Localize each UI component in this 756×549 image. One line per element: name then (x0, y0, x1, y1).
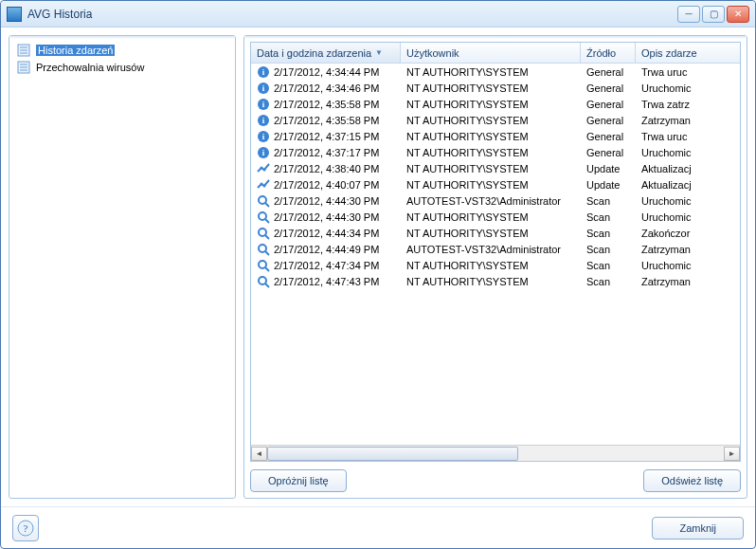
column-label: Opis zdarze (641, 47, 697, 59)
scan-icon (257, 259, 270, 272)
svg-point-23 (263, 184, 266, 187)
cell-date: i2/17/2012, 4:37:15 PM (251, 130, 401, 143)
footer: ? Zamknij (1, 506, 755, 548)
cell-source: General (581, 147, 636, 158)
cell-description: Aktualizacj (636, 179, 740, 191)
sort-descending-icon: ▼ (375, 48, 383, 57)
sidebar-item-event-history[interactable]: Historia zdarzeń (13, 42, 231, 59)
cell-user: NT AUTHORITY\SYSTEM (401, 260, 581, 271)
svg-line-27 (265, 219, 269, 223)
table-row[interactable]: 2/17/2012, 4:44:30 PMAUTOTEST-VST32\Admi… (251, 192, 740, 209)
table-row[interactable]: i2/17/2012, 4:34:44 PMNT AUTHORITY\SYSTE… (251, 64, 740, 80)
update-icon (257, 162, 270, 175)
table-row[interactable]: i2/17/2012, 4:35:58 PMNT AUTHORITY\SYSTE… (251, 112, 740, 128)
help-icon: ? (17, 520, 34, 537)
cell-description: Uruchomic (636, 195, 740, 207)
cell-description: Zakończor (636, 228, 740, 239)
cell-text: 2/17/2012, 4:44:30 PM (274, 211, 379, 223)
cell-source: Scan (581, 244, 636, 255)
scan-icon (257, 194, 270, 208)
table-row[interactable]: 2/17/2012, 4:44:30 PMNT AUTHORITY\SYSTEM… (251, 209, 740, 225)
scroll-left-arrow[interactable]: ◄ (251, 447, 267, 461)
close-dialog-button[interactable]: Zamknij (652, 517, 744, 540)
minimize-button[interactable]: ─ (677, 6, 700, 23)
cell-user: NT AUTHORITY\SYSTEM (401, 211, 581, 223)
cell-text: 2/17/2012, 4:37:15 PM (274, 131, 379, 142)
svg-point-30 (259, 245, 266, 252)
cell-source: General (581, 82, 636, 94)
svg-point-22 (261, 182, 263, 185)
svg-point-20 (261, 166, 263, 169)
cell-user: NT AUTHORITY\SYSTEM (401, 131, 581, 142)
refresh-list-button[interactable]: Odśwież listę (643, 469, 741, 492)
table-row[interactable]: i2/17/2012, 4:37:17 PMNT AUTHORITY\SYSTE… (251, 144, 740, 160)
scroll-right-arrow[interactable]: ► (724, 447, 740, 461)
maximize-button[interactable]: ▢ (702, 6, 725, 23)
table-row[interactable]: 2/17/2012, 4:47:34 PMNT AUTHORITY\SYSTEM… (251, 257, 740, 273)
cell-user: NT AUTHORITY\SYSTEM (401, 276, 581, 287)
cell-text: 2/17/2012, 4:44:34 PM (274, 228, 379, 239)
table-row[interactable]: i2/17/2012, 4:37:15 PMNT AUTHORITY\SYSTE… (251, 128, 740, 144)
info-icon: i (257, 82, 270, 95)
svg-point-32 (259, 261, 266, 268)
cell-source: Scan (581, 211, 636, 223)
list-icon (17, 61, 32, 74)
cell-text: 2/17/2012, 4:37:17 PM (274, 147, 379, 158)
cell-text: 2/17/2012, 4:35:58 PM (274, 99, 379, 110)
table-row[interactable]: 2/17/2012, 4:47:43 PMNT AUTHORITY\SYSTEM… (251, 273, 740, 289)
close-button[interactable]: ✕ (727, 6, 749, 23)
svg-line-29 (265, 235, 269, 239)
cell-description: Trwa uruc (636, 66, 740, 78)
cell-text: 2/17/2012, 4:44:49 PM (274, 244, 379, 255)
column-header-user[interactable]: Użytkownik (401, 43, 581, 63)
cell-source: General (581, 66, 636, 78)
svg-point-26 (259, 212, 266, 220)
svg-text:?: ? (24, 522, 28, 534)
table-row[interactable]: 2/17/2012, 4:44:34 PMNT AUTHORITY\SYSTEM… (251, 225, 740, 241)
table-row[interactable]: i2/17/2012, 4:34:46 PMNT AUTHORITY\SYSTE… (251, 80, 740, 96)
info-icon: i (257, 98, 270, 111)
cell-text: 2/17/2012, 4:47:43 PM (274, 276, 379, 287)
table-row[interactable]: 2/17/2012, 4:40:07 PMNT AUTHORITY\SYSTEM… (251, 176, 740, 192)
column-label: Data i godzina zdarzenia (257, 47, 371, 59)
window-frame: AVG Historia ─ ▢ ✕ Historia zdarzeń Prze… (0, 0, 756, 549)
sidebar-item-virus-vault[interactable]: Przechowalnia wirusów (13, 59, 231, 76)
info-icon: i (257, 114, 270, 127)
cell-user: AUTOTEST-VST32\Administrator (401, 195, 581, 207)
content-area: Historia zdarzeń Przechowalnia wirusów D… (1, 27, 755, 506)
sidebar-item-label: Przechowalnia wirusów (36, 62, 144, 73)
help-button[interactable]: ? (12, 515, 39, 541)
column-header-source[interactable]: Źródło (581, 43, 636, 63)
table-row[interactable]: 2/17/2012, 4:38:40 PMNT AUTHORITY\SYSTEM… (251, 160, 740, 176)
cell-description: Zatrzyman (636, 244, 740, 255)
cell-source: Scan (581, 260, 636, 271)
info-icon: i (257, 65, 270, 79)
svg-line-35 (265, 284, 269, 287)
cell-date: 2/17/2012, 4:47:34 PM (251, 259, 401, 272)
horizontal-scrollbar[interactable]: ◄ ► (251, 445, 740, 461)
cell-description: Trwa zatrz (636, 99, 740, 110)
column-header-date[interactable]: Data i godzina zdarzenia ▼ (251, 43, 401, 63)
cell-date: i2/17/2012, 4:37:17 PM (251, 146, 401, 159)
cell-description: Uruchomic (636, 147, 740, 158)
cell-description: Uruchomic (636, 260, 740, 271)
cell-date: 2/17/2012, 4:38:40 PM (251, 162, 401, 175)
cell-description: Zatrzyman (636, 115, 740, 126)
titlebar[interactable]: AVG Historia ─ ▢ ✕ (1, 1, 755, 27)
scrollbar-thumb[interactable] (267, 447, 518, 461)
cell-date: i2/17/2012, 4:35:58 PM (251, 98, 401, 111)
empty-list-button[interactable]: Opróżnij listę (250, 469, 347, 492)
column-header-description[interactable]: Opis zdarze (636, 43, 740, 63)
cell-user: NT AUTHORITY\SYSTEM (401, 147, 581, 158)
svg-point-34 (259, 277, 266, 284)
scrollbar-track[interactable] (267, 447, 724, 461)
svg-point-24 (259, 196, 266, 204)
cell-description: Zatrzyman (636, 276, 740, 287)
table-row[interactable]: 2/17/2012, 4:44:49 PMAUTOTEST-VST32\Admi… (251, 241, 740, 257)
svg-point-21 (263, 168, 266, 171)
cell-description: Uruchomic (636, 211, 740, 223)
cell-user: NT AUTHORITY\SYSTEM (401, 66, 581, 78)
panel-buttons: Opróżnij listę Odśwież listę (250, 469, 741, 492)
table-row[interactable]: i2/17/2012, 4:35:58 PMNT AUTHORITY\SYSTE… (251, 96, 740, 112)
cell-description: Aktualizacj (636, 163, 740, 174)
